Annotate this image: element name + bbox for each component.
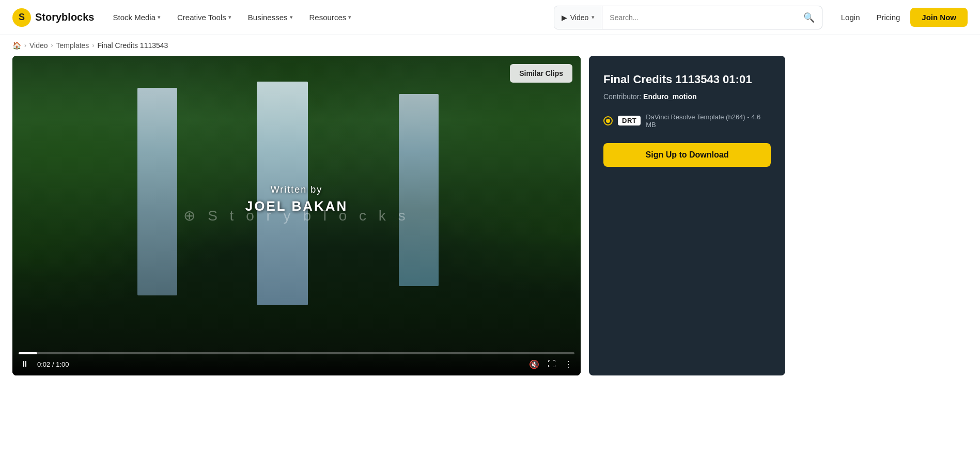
download-button[interactable]: Sign Up to Download — [603, 143, 771, 167]
video-inner: ⊕ S t o r y b l o c k s Written by JOEL … — [12, 56, 581, 375]
breadcrumb-sep: › — [92, 42, 94, 49]
chevron-down-icon: ▾ — [348, 14, 351, 21]
waterfall-right — [399, 94, 439, 286]
chevron-down-icon: ▾ — [592, 14, 595, 21]
chevron-down-icon: ▾ — [158, 14, 161, 21]
video-background: ⊕ S t o r y b l o c k s Written by JOEL … — [12, 56, 581, 375]
chevron-down-icon: ▾ — [290, 14, 293, 21]
nav-right: Login Pricing Join Now — [835, 8, 968, 27]
pricing-button[interactable]: Pricing — [870, 9, 906, 26]
pause-icon: ⏸ — [21, 359, 29, 369]
home-icon: 🏠 — [12, 41, 21, 50]
video-player[interactable]: ⊕ S t o r y b l o c k s Written by JOEL … — [12, 56, 581, 375]
join-now-button[interactable]: Join Now — [910, 8, 968, 27]
format-badge: DRT — [618, 116, 641, 125]
breadcrumb-current: Final Credits 1113543 — [97, 41, 168, 50]
fullscreen-button[interactable]: ⛶ — [546, 358, 558, 370]
search-input[interactable] — [602, 6, 796, 29]
breadcrumb: 🏠 › Video › Templates › Final Credits 11… — [0, 35, 980, 56]
navbar: S Storyblocks Stock Media ▾ Creative Too… — [0, 0, 980, 35]
asset-title: Final Credits 1113543 01:01 — [603, 72, 771, 87]
mute-button[interactable]: 🔇 — [527, 358, 541, 370]
waterfall-area — [12, 56, 581, 375]
logo-link[interactable]: S Storyblocks — [12, 8, 94, 27]
video-icon: ▶ — [562, 13, 567, 22]
nav-creative-tools[interactable]: Creative Tools ▾ — [171, 9, 238, 26]
chevron-down-icon: ▾ — [228, 14, 231, 21]
controls-right: 🔇 ⛶ ⋮ — [527, 358, 574, 370]
breadcrumb-templates-link[interactable]: Templates — [56, 41, 89, 50]
search-icon: 🔍 — [803, 12, 815, 23]
nav-stock-media[interactable]: Stock Media ▾ — [106, 9, 167, 26]
nav-resources[interactable]: Resources ▾ — [303, 9, 358, 26]
progress-fill — [19, 352, 37, 354]
time-display: 0:02 / 1:00 — [37, 360, 69, 368]
format-description: DaVinci Resolve Template (h264) - 4.6 MB — [646, 113, 771, 129]
login-button[interactable]: Login — [835, 9, 866, 26]
more-icon: ⋮ — [564, 359, 572, 369]
radio-button[interactable] — [603, 116, 613, 125]
breadcrumb-sep: › — [24, 42, 26, 49]
progress-bar[interactable] — [19, 352, 574, 354]
brand-name: Storyblocks — [35, 11, 94, 23]
breadcrumb-sep: › — [51, 42, 53, 49]
contributor-name: Enduro_motion — [643, 92, 696, 101]
controls-row: ⏸ 0:02 / 1:00 🔇 ⛶ — [19, 358, 574, 370]
pause-button[interactable]: ⏸ — [19, 358, 31, 370]
video-controls: ⏸ 0:02 / 1:00 🔇 ⛶ — [12, 348, 581, 375]
similar-clips-button[interactable]: Similar Clips — [510, 64, 572, 83]
fullscreen-icon: ⛶ — [548, 359, 556, 369]
logo-icon: S — [12, 8, 31, 27]
main-content: ⊕ S t o r y b l o c k s Written by JOEL … — [0, 56, 980, 388]
sidebar: Final Credits 1113543 01:01 Contributor:… — [589, 56, 785, 375]
search-type-button[interactable]: ▶ Video ▾ — [554, 6, 603, 29]
contributor-line: Contributor: Enduro_motion — [603, 92, 771, 101]
waterfall-center — [257, 82, 308, 305]
breadcrumb-home-link[interactable]: 🏠 — [12, 41, 21, 50]
search-button[interactable]: 🔍 — [796, 6, 822, 29]
mute-icon: 🔇 — [529, 359, 539, 369]
breadcrumb-video-link[interactable]: Video — [29, 41, 48, 50]
format-option: DRT DaVinci Resolve Template (h264) - 4.… — [603, 113, 771, 129]
waterfall-left — [137, 88, 177, 295]
radio-selected-indicator — [606, 119, 610, 123]
search-area: ▶ Video ▾ 🔍 — [554, 6, 822, 29]
nav-businesses[interactable]: Businesses ▾ — [242, 9, 299, 26]
more-options-button[interactable]: ⋮ — [562, 358, 574, 370]
